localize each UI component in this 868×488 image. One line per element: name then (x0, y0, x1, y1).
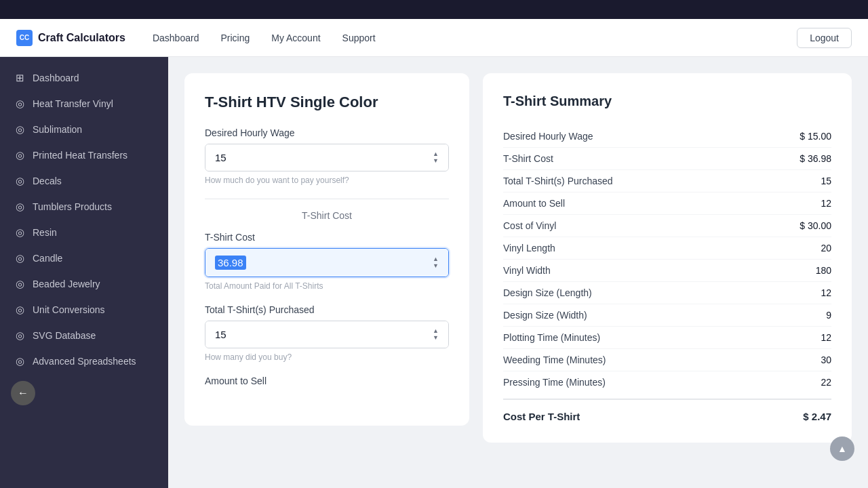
arrow-down-icon: ▼ (433, 263, 439, 269)
summary-row-value: $ 15.00 (800, 131, 831, 142)
tshirt-cost-display[interactable]: 36.98 ▲ ▼ (205, 249, 448, 277)
tshirt-cost-hint: Total Amount Paid for All T-Shirts (205, 281, 449, 291)
sidebar-item-beaded-jewelry[interactable]: ◎ Beaded Jewelry (0, 271, 168, 297)
sublimation-icon: ◎ (14, 123, 26, 136)
sidebar-item-sublimation[interactable]: ◎ Sublimation (0, 117, 168, 142)
summary-row: Total T-Shirt(s) Purchased 15 (503, 170, 831, 192)
amount-to-sell-group: Amount to Sell (205, 375, 449, 386)
sidebar-item-pht[interactable]: ◎ Printed Heat Transfers (0, 142, 168, 168)
sidebar-item-tumblers[interactable]: ◎ Tumblers Products (0, 194, 168, 220)
summary-row: Pressing Time (Minutes) 22 (503, 371, 831, 393)
htv-icon: ◎ (14, 98, 26, 110)
beaded-icon: ◎ (14, 278, 26, 290)
total-tshirts-value: 15 (215, 329, 226, 340)
summary-total-value: $ 2.47 (803, 411, 831, 422)
nav-dashboard[interactable]: Dashboard (153, 33, 199, 43)
summary-row-label: Plotting Time (Minutes) (503, 332, 600, 343)
header: CC Craft Calculators Dashboard Pricing M… (0, 19, 868, 57)
hourly-wage-select[interactable]: 15 ▲ ▼ (205, 144, 449, 171)
nav-myaccount[interactable]: My Account (271, 33, 320, 43)
summary-row: Desired Hourly Wage $ 15.00 (503, 125, 831, 148)
summary-row-label: Cost of Vinyl (503, 220, 556, 231)
tshirt-cost-select[interactable]: 36.98 ▲ ▼ (205, 248, 449, 277)
summary-row: Cost of Vinyl $ 30.00 (503, 215, 831, 237)
summary-row-label: T-Shirt Cost (503, 153, 553, 164)
summary-row: Vinyl Length 20 (503, 237, 831, 260)
sidebar-item-label: Decals (33, 176, 62, 186)
summary-row-label: Design Size (Length) (503, 287, 592, 298)
arrow-up-icon: ▲ (433, 328, 439, 334)
summary-row: Plotting Time (Minutes) 12 (503, 327, 831, 349)
back-button[interactable]: ← (11, 381, 35, 405)
sidebar-item-conversions[interactable]: ◎ Unit Conversions (0, 297, 168, 323)
total-tshirts-display[interactable]: 15 ▲ ▼ (205, 321, 448, 348)
calc-title: T-Shirt HTV Single Color (205, 94, 449, 111)
sidebar-item-candle[interactable]: ◎ Candle (0, 245, 168, 271)
pht-icon: ◎ (14, 149, 26, 161)
candle-icon: ◎ (14, 252, 26, 264)
hourly-wage-hint: How much do you want to pay yourself? (205, 176, 449, 185)
tumblers-icon: ◎ (14, 201, 26, 213)
summary-row-value: 22 (821, 377, 831, 388)
summary-row-value: 9 (826, 310, 831, 321)
summary-row-label: Desired Hourly Wage (503, 131, 593, 142)
arrow-down-icon: ▼ (433, 335, 439, 341)
summary-card: T-Shirt Summary Desired Hourly Wage $ 15… (483, 73, 852, 443)
hourly-wage-arrows: ▲ ▼ (433, 151, 439, 164)
logout-button[interactable]: Logout (797, 28, 852, 48)
sidebar-item-label: Printed Heat Transfers (33, 150, 127, 161)
scroll-to-top-button[interactable]: ▲ (830, 436, 854, 461)
summary-row-value: 12 (821, 287, 831, 298)
summary-total: Cost Per T-Shirt $ 2.47 (503, 399, 831, 422)
sidebar-item-htv[interactable]: ◎ Heat Transfer Vinyl (0, 91, 168, 117)
summary-row: T-Shirt Cost $ 36.98 (503, 148, 831, 170)
summary-row-label: Total T-Shirt(s) Purchased (503, 176, 613, 186)
summary-row-label: Weeding Time (Minutes) (503, 354, 606, 365)
sidebar-item-resin[interactable]: ◎ Resin (0, 220, 168, 245)
calculator-card: T-Shirt HTV Single Color Desired Hourly … (184, 73, 469, 426)
summary-row-label: Vinyl Length (503, 243, 555, 253)
sidebar-item-label: Sublimation (33, 124, 82, 135)
arrow-up-icon: ▲ (433, 151, 439, 157)
conversions-icon: ◎ (14, 304, 26, 316)
summary-row: Weeding Time (Minutes) 30 (503, 349, 831, 371)
nav-pricing[interactable]: Pricing (220, 33, 250, 43)
svg-icon: ◎ (14, 329, 26, 342)
arrow-down-icon: ▼ (433, 158, 439, 164)
summary-row-value: 15 (821, 176, 831, 186)
sidebar-item-label: Beaded Jewelry (33, 279, 100, 289)
tshirt-cost-section-label: T-Shirt Cost (205, 210, 449, 221)
main-wrapper: T-Shirt HTV Single Color Desired Hourly … (168, 57, 868, 488)
total-tshirts-label: Total T-Shirt(s) Purchased (205, 304, 449, 315)
logo: CC Craft Calculators (16, 30, 125, 46)
section-divider-1 (205, 199, 449, 199)
sidebar-item-decals[interactable]: ◎ Decals (0, 168, 168, 194)
hourly-wage-value: 15 (215, 152, 226, 163)
sidebar-item-svg-database[interactable]: ◎ SVG Database (0, 323, 168, 348)
sidebar-item-label: Dashboard (33, 73, 79, 83)
sidebar-item-label: Heat Transfer Vinyl (33, 98, 113, 109)
resin-icon: ◎ (14, 226, 26, 239)
sidebar-item-advanced-spreadsheets[interactable]: ◎ Advanced Spreadsheets (0, 348, 168, 374)
hourly-wage-label: Desired Hourly Wage (205, 127, 449, 138)
summary-row-value: 12 (821, 198, 831, 209)
summary-row: Vinyl Width 180 (503, 260, 831, 282)
sidebar-item-dashboard[interactable]: ⊞ Dashboard (0, 65, 168, 91)
hourly-wage-display[interactable]: 15 ▲ ▼ (205, 144, 448, 171)
nav-support[interactable]: Support (342, 33, 376, 43)
hourly-wage-group: Desired Hourly Wage 15 ▲ ▼ How much do y… (205, 127, 449, 185)
tshirt-cost-group: T-Shirt Cost 36.98 ▲ ▼ Total Amount Paid… (205, 232, 449, 291)
sidebar-item-label: Resin (33, 227, 57, 238)
summary-row: Amount to Sell 12 (503, 192, 831, 215)
summary-rows: Desired Hourly Wage $ 15.00 T-Shirt Cost… (503, 125, 831, 393)
summary-row-label: Vinyl Width (503, 265, 551, 276)
sidebar: ⊞ Dashboard ◎ Heat Transfer Vinyl ◎ Subl… (0, 57, 168, 488)
grid-icon: ⊞ (14, 72, 26, 84)
tshirt-cost-value: 36.98 (215, 256, 246, 270)
total-tshirts-select[interactable]: 15 ▲ ▼ (205, 321, 449, 348)
summary-row-label: Design Size (Width) (503, 310, 587, 321)
tshirt-cost-label: T-Shirt Cost (205, 232, 449, 243)
top-bar (0, 0, 868, 19)
summary-row-value: $ 36.98 (800, 153, 831, 164)
total-tshirts-hint: How many did you buy? (205, 352, 449, 362)
